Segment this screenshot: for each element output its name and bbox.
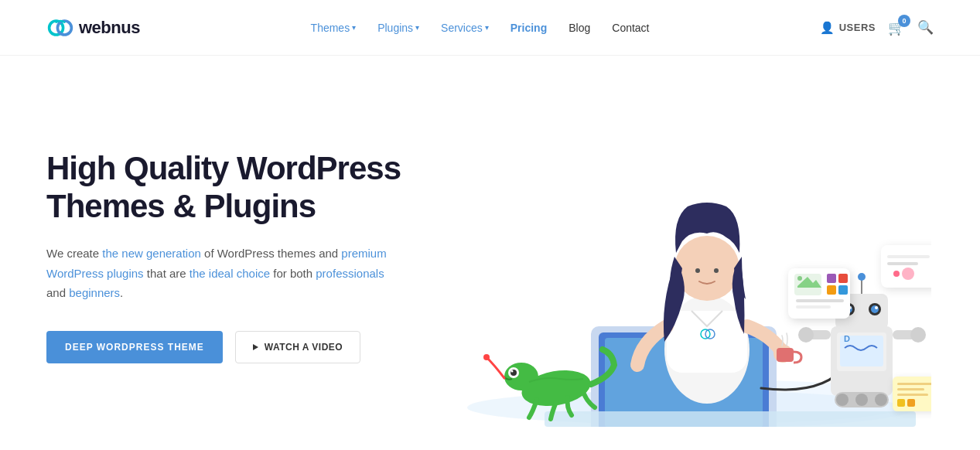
svg-rect-62 [897,383,931,385]
svg-rect-55 [838,285,848,295]
deep-wordpress-button[interactable]: DEEP WORDPRESS THEME [46,331,223,363]
svg-point-40 [798,327,814,343]
nav-item-services[interactable]: Services ▾ [432,15,498,40]
hero-description: We create the new generation of WordPres… [46,244,387,303]
svg-rect-54 [827,285,836,295]
illustration-svg: D [436,102,931,427]
svg-point-25 [483,354,490,360]
hero-section: High Quality WordPress Themes & Plugins … [0,56,980,442]
svg-point-49 [797,276,802,281]
svg-point-21 [504,363,538,390]
svg-rect-57 [887,255,930,258]
svg-rect-50 [796,299,844,302]
nav-item-blog[interactable]: Blog [559,15,599,40]
svg-point-42 [910,327,926,343]
users-button[interactable]: 👤 USERS [820,21,876,35]
svg-point-24 [510,370,513,373]
svg-rect-63 [897,388,924,390]
svg-text:D: D [844,334,850,343]
chevron-down-icon: ▾ [415,23,419,32]
hero-buttons: DEEP WORDPRESS THEME WATCH A VIDEO [46,331,433,363]
search-button[interactable]: 🔍 [917,19,934,36]
nav-item-pricing[interactable]: Pricing [501,15,556,40]
svg-rect-12 [667,311,747,373]
cart-badge: 0 [898,15,910,27]
svg-rect-58 [887,262,918,265]
svg-point-36 [875,306,878,309]
svg-rect-52 [827,274,836,283]
svg-point-46 [875,394,887,406]
user-icon: 👤 [820,21,835,35]
svg-rect-65 [897,399,905,407]
svg-rect-10 [545,411,916,427]
main-nav: Themes ▾ Plugins ▾ Services ▾ Pricing Bl… [302,15,659,40]
svg-point-38 [858,273,866,281]
svg-point-45 [855,394,868,406]
header: webnus Themes ▾ Plugins ▾ Services ▾ Pri… [0,0,980,56]
svg-point-16 [695,268,700,273]
hero-title: High Quality WordPress Themes & Plugins [46,150,433,225]
brand-name: webnus [79,18,140,38]
svg-rect-56 [881,245,931,288]
svg-point-34 [871,305,879,313]
cart-button[interactable]: 🛒 0 [888,19,905,36]
watch-video-button[interactable]: WATCH A VIDEO [235,331,360,363]
chevron-down-icon: ▾ [352,23,356,32]
svg-rect-51 [796,305,831,309]
svg-point-59 [902,268,914,280]
chevron-down-icon: ▾ [485,23,489,32]
hero-content: High Quality WordPress Themes & Plugins … [46,150,433,363]
nav-item-contact[interactable]: Contact [603,15,658,40]
svg-rect-66 [907,399,915,407]
nav-item-plugins[interactable]: Plugins ▾ [368,15,429,40]
svg-point-60 [893,271,900,277]
svg-rect-14 [777,348,794,362]
hero-illustration: D [433,87,934,427]
svg-rect-64 [897,394,928,396]
svg-point-44 [836,394,849,406]
svg-rect-53 [838,274,848,283]
svg-point-17 [714,268,719,273]
nav-actions: 👤 USERS 🛒 0 🔍 [820,19,934,36]
play-icon [253,344,258,350]
logo[interactable]: webnus [46,14,140,42]
nav-item-themes[interactable]: Themes ▾ [302,15,366,40]
